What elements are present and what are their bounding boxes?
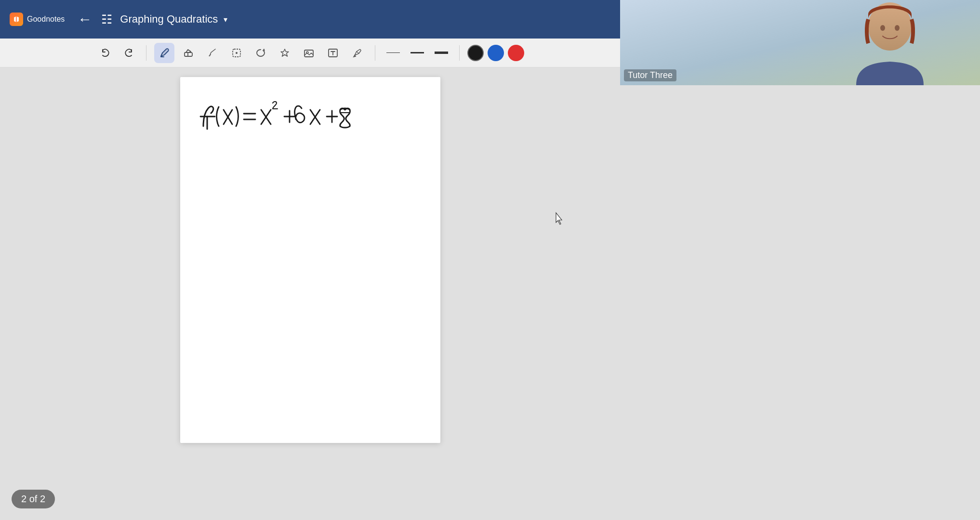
- svg-point-35: [895, 25, 900, 31]
- video-panel: Tutor Three: [620, 0, 980, 85]
- formula-svg: [190, 91, 421, 140]
- pen-tool-button[interactable]: [154, 43, 174, 63]
- toolbar: [0, 39, 620, 67]
- svg-point-34: [880, 25, 885, 31]
- stroke-thin-button[interactable]: [383, 43, 403, 63]
- canvas-area[interactable]: [0, 67, 620, 520]
- stroke-medium-button[interactable]: [407, 43, 427, 63]
- page-indicator: 2 of 2: [12, 490, 55, 508]
- back-button[interactable]: ←: [76, 11, 93, 28]
- title-chevron-icon: ▾: [224, 15, 227, 24]
- document-title[interactable]: Graphing Quadratics ▾: [120, 13, 227, 26]
- color-black-button[interactable]: [467, 45, 484, 61]
- document-page: [180, 77, 440, 443]
- toolbar-separator-2: [375, 45, 375, 61]
- svg-rect-2: [185, 52, 192, 56]
- stroke-medium-indicator: [411, 52, 424, 53]
- svg-line-10: [357, 52, 359, 53]
- pencil-tool-button[interactable]: [202, 43, 223, 63]
- toolbar-separator-1: [146, 45, 146, 61]
- stroke-thin-indicator: [386, 52, 400, 53]
- right-panel: [620, 85, 980, 520]
- svg-point-5: [236, 52, 238, 54]
- app-logo: Goodnotes: [10, 13, 65, 26]
- highlighter-tool-button[interactable]: [347, 43, 367, 63]
- stroke-thick-indicator: [435, 52, 448, 54]
- eraser-tool-button[interactable]: [178, 43, 199, 63]
- lasso-tool-button[interactable]: [251, 43, 271, 63]
- toolbar-separator-3: [459, 45, 460, 61]
- stroke-thick-button[interactable]: [431, 43, 451, 63]
- notebook-toggle-button[interactable]: ☷: [101, 12, 112, 27]
- selection-tool-button[interactable]: [226, 43, 247, 63]
- app-name-label: Goodnotes: [27, 15, 65, 24]
- goodnotes-logo-icon: [10, 13, 23, 26]
- tutor-name-label: Tutor Three: [624, 69, 676, 81]
- text-tool-button[interactable]: [323, 43, 343, 63]
- top-navigation-bar: Goodnotes ← ☷ Graphing Quadratics ▾: [0, 0, 620, 39]
- undo-button[interactable]: [96, 43, 116, 63]
- undo-redo-group: [96, 43, 138, 63]
- redo-button[interactable]: [118, 43, 138, 63]
- color-blue-button[interactable]: [488, 45, 504, 61]
- shape-tool-button[interactable]: [275, 43, 295, 63]
- color-red-button[interactable]: [508, 45, 524, 61]
- svg-marker-6: [281, 49, 289, 56]
- image-tool-button[interactable]: [299, 43, 319, 63]
